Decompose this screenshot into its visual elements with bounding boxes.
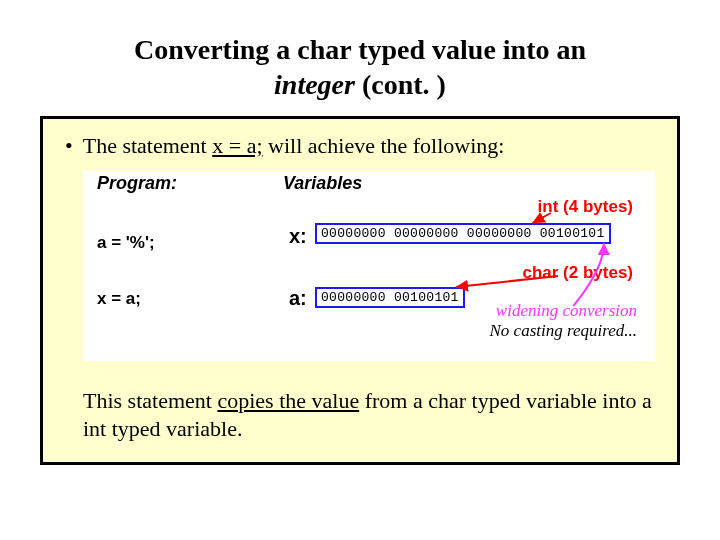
- var-x-bits: 00000000 00000000 00000000 00100101: [315, 223, 611, 244]
- nocast-label: No casting required...: [490, 321, 637, 341]
- title-emph: integer: [274, 69, 355, 100]
- title-line1: Converting a char typed value into an: [134, 34, 586, 65]
- bullet-row: • The statement x = a; will achieve the …: [65, 133, 655, 159]
- bullet-pre: The statement: [83, 133, 213, 158]
- code-line-2: x = a;: [97, 289, 141, 309]
- variables-header: Variables: [283, 173, 362, 194]
- var-x-name: x:: [289, 225, 307, 248]
- slide-title: Converting a char typed value into an in…: [40, 32, 680, 102]
- closing-text: This statement copies the value from a c…: [83, 387, 655, 442]
- var-a-name: a:: [289, 287, 307, 310]
- bullet-post: will achieve the following:: [263, 133, 505, 158]
- var-a-bits: 00000000 00100101: [315, 287, 465, 308]
- program-header: Program:: [97, 173, 177, 194]
- content-box: • The statement x = a; will achieve the …: [40, 116, 680, 465]
- bullet-underline: x = a;: [212, 133, 262, 158]
- closing-pre: This statement: [83, 388, 217, 413]
- closing-underline: copies the value: [217, 388, 359, 413]
- bullet-dot: •: [65, 133, 73, 159]
- bullet-text: The statement x = a; will achieve the fo…: [83, 133, 505, 159]
- title-line2-rest: (cont. ): [355, 69, 446, 100]
- code-line-1: a = '%';: [97, 233, 155, 253]
- widening-label: widening conversion: [496, 301, 637, 321]
- char-label: char (2 bytes): [522, 263, 633, 283]
- int-label: int (4 bytes): [538, 197, 633, 217]
- slide: Converting a char typed value into an in…: [0, 0, 720, 540]
- diagram: Program: Variables int (4 bytes) char (2…: [83, 171, 655, 361]
